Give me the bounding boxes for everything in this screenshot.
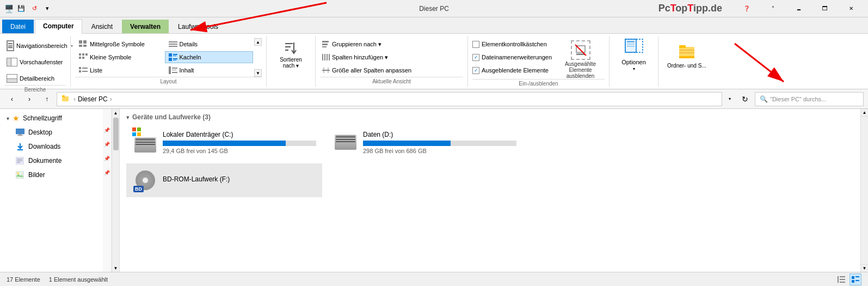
sidebar-item-downloads[interactable]: Downloads 📌 <box>0 139 103 154</box>
hide-icon-svg <box>574 44 587 57</box>
scroll-right-down[interactable]: ▼ <box>861 264 869 272</box>
tab-laufwerktools[interactable]: Laufwerktools <box>170 20 226 33</box>
preview-icon <box>7 58 17 66</box>
undo-qa-button[interactable]: ↺ <box>28 3 40 15</box>
ausgewaehlt-button[interactable]: AusgewählteElemente ausblenden <box>556 40 605 79</box>
ribbon-einaus-section: Elementkontrollkästchen Dateinamenerweit… <box>468 36 610 87</box>
content-icon <box>169 66 177 74</box>
back-button[interactable]: ‹ <box>4 92 20 107</box>
bd-rom-item[interactable]: BD BD-ROM-Laufwerk (F:) <box>126 163 322 197</box>
groesse-button[interactable]: Größe aller Spalten anpassen <box>320 64 463 76</box>
sortieren-label: Sortierennach ▾ <box>280 57 302 69</box>
pin-btn-1[interactable]: 📌 <box>103 123 111 137</box>
tab-computer[interactable]: Computer <box>35 19 82 34</box>
optionen-button[interactable]: Optionen ▾ <box>617 38 650 71</box>
refresh-button[interactable]: ↻ <box>737 92 753 107</box>
save-qa-button[interactable]: 💾 <box>15 3 27 15</box>
kacheln-button[interactable]: Kacheln <box>165 51 254 63</box>
svg-rect-13 <box>169 41 177 42</box>
tab-datei[interactable]: Datei <box>2 20 34 33</box>
optionen-label: Optionen <box>621 59 646 65</box>
details-button[interactable]: Details <box>165 38 254 50</box>
vorschaufenster-button[interactable]: Vorschaufenster <box>4 56 66 69</box>
mittelgrosse-button[interactable]: Mittelgroße Symbole <box>75 38 164 50</box>
sidebar-item-quickaccess[interactable]: ▾ ★ Schnellzugriff <box>0 111 103 125</box>
nav-icon: ☰ <box>7 40 14 51</box>
svg-rect-8 <box>82 57 84 59</box>
c-drive-bar-bg <box>163 141 316 146</box>
inhalt-button[interactable]: Inhalt <box>165 64 254 76</box>
pin-btn-2[interactable]: 📌 <box>103 137 111 151</box>
svg-rect-2 <box>79 45 82 47</box>
section-chevron-icon[interactable]: ▾ <box>126 114 129 120</box>
ribbon-content: ☰ Navigationsbereich ▾ Vorschaufenster D… <box>0 34 868 89</box>
liste-button[interactable]: Liste <box>75 64 164 76</box>
dateinamenerw-checkbox[interactable]: Dateinamenerweiterungen <box>472 51 552 63</box>
right-scrollbar: ▲ ▼ <box>860 109 868 272</box>
status-selected: 1 Element ausgewählt <box>49 276 108 283</box>
address-box[interactable]: › Dieser PC › <box>57 92 722 106</box>
svg-rect-23 <box>172 68 177 69</box>
spalten-button[interactable]: Spalten hinzufügen ▾ <box>320 51 463 63</box>
desktop-icon <box>15 127 25 137</box>
ausgewaehlt-label: AusgewählteElemente ausblenden <box>565 61 596 79</box>
up-button[interactable]: ↑ <box>39 92 54 107</box>
collapse-ribbon-button[interactable]: ˄ <box>760 0 785 17</box>
sidebar-scroll-down[interactable]: ▼ <box>112 264 119 272</box>
minimize-button[interactable]: 🗕 <box>786 0 811 17</box>
kleine-button[interactable]: Kleine Symbole <box>75 51 164 63</box>
small-grid-icon <box>79 53 88 61</box>
svg-rect-11 <box>79 70 81 72</box>
view-toggle-details-button[interactable] <box>835 273 847 285</box>
sidebar-item-bilder[interactable]: Bilder 📌 <box>0 168 103 182</box>
ausgewaehlt-group: AusgewählteElemente ausblenden <box>556 38 605 79</box>
ordner-button[interactable]: Ordner- und S... <box>663 38 711 71</box>
elementkontroll-checkbox[interactable]: Elementkontrollkästchen <box>472 38 552 50</box>
pin-btn-4[interactable]: 📌 <box>103 166 111 180</box>
navigationsbereich-button[interactable]: ☰ Navigationsbereich ▾ <box>4 39 66 52</box>
columns-icon <box>322 54 330 60</box>
folder-nav-icon <box>61 94 69 102</box>
breadcrumb-path: Dieser PC <box>78 95 108 103</box>
gruppieren-button[interactable]: Gruppieren nach ▾ <box>320 38 463 50</box>
sidebar-dokumente-label: Dokumente <box>28 157 61 165</box>
sortieren-button[interactable]: Sortierennach ▾ <box>275 38 306 71</box>
status-item-count: 17 Elemente <box>7 276 40 283</box>
qa-dropdown[interactable]: ▾ <box>41 3 53 15</box>
help-button[interactable]: ❓ <box>734 0 759 17</box>
maximize-button[interactable]: 🗖 <box>812 0 838 17</box>
kacheln-label: Kacheln <box>180 54 201 60</box>
scroll-right-up[interactable]: ▲ <box>861 109 869 117</box>
computer-breadcrumb-icon <box>61 94 69 104</box>
search-box[interactable]: 🔍 "Dieser PC" durchs... <box>755 92 864 106</box>
sidebar-item-desktop[interactable]: Desktop 📌 <box>0 125 103 139</box>
sidebar: ▾ ★ Schnellzugriff Desktop 📌 <box>0 109 120 272</box>
einaus-label: Ein-/ausblenden <box>472 79 605 87</box>
c-drive-icon <box>132 129 158 155</box>
pin-btn-3[interactable]: 📌 <box>103 151 111 166</box>
address-dropdown-button[interactable]: ▾ <box>724 92 735 107</box>
svg-rect-46 <box>627 44 635 45</box>
svg-rect-10 <box>82 68 88 69</box>
sidebar-desktop-label: Desktop <box>28 129 52 136</box>
tab-verwalten[interactable]: Verwalten <box>122 20 169 33</box>
scroll-up-button[interactable]: ▲ <box>254 38 262 46</box>
dokumente-icon <box>15 156 25 166</box>
ausgeblendet-checkbox[interactable]: Ausgeblendete Elemente <box>472 64 552 76</box>
svg-rect-12 <box>82 71 88 72</box>
view-toggle-tiles-button[interactable] <box>849 273 861 285</box>
quick-access-toolbar: 💾 ↺ ▾ <box>15 3 53 15</box>
scroll-down-button[interactable]: ▼ <box>254 69 262 77</box>
svg-rect-72 <box>852 280 854 283</box>
drive-item-c[interactable]: Lokaler Datenträger (C:) 29,4 GB frei vo… <box>126 125 322 159</box>
drive-item-d[interactable]: Daten (D:) 298 GB frei von 686 GB <box>327 125 522 159</box>
title-text: Dieser PC <box>419 5 449 13</box>
close-button[interactable]: ✕ <box>839 0 864 17</box>
forward-button[interactable]: › <box>22 92 37 107</box>
grid-icon <box>79 40 88 48</box>
sidebar-item-dokumente[interactable]: Dokumente 📌 <box>0 154 103 168</box>
tab-ansicht[interactable]: Ansicht <box>83 20 121 33</box>
sidebar-scroll-up[interactable]: ▲ <box>112 109 119 117</box>
detailbereich-button[interactable]: Detailbereich <box>4 72 66 85</box>
bd-rom-row: BD BD-ROM-Laufwerk (F:) <box>126 163 854 197</box>
